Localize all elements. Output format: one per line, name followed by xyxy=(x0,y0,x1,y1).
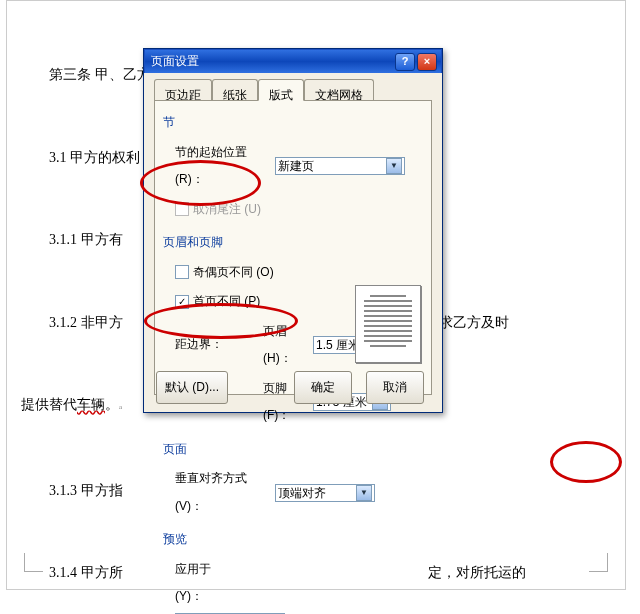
page-corner xyxy=(24,553,43,572)
apply-to-label: 应用于 (Y)： xyxy=(175,556,237,611)
tab-layout[interactable]: 版式 xyxy=(258,79,304,101)
section-group-label: 节 xyxy=(163,109,423,137)
ok-button[interactable]: 确定 xyxy=(294,371,352,405)
suppress-endnotes-checkbox xyxy=(175,202,189,216)
section-start-row: 节的起始位置 (R)： 新建页 ▼ xyxy=(175,139,423,194)
first-page-checkbox[interactable]: ✓ xyxy=(175,295,189,309)
page-corner xyxy=(589,553,608,572)
page-preview xyxy=(355,285,421,363)
page-group-label: 页面 xyxy=(163,436,423,464)
tab-panel-layout: 节 节的起始位置 (R)： 新建页 ▼ 取消尾注 (U) 页眉和页脚 奇偶页不同… xyxy=(154,100,432,395)
preview-group-label: 预览 xyxy=(163,526,423,554)
default-button-wrap: 默认 (D)... xyxy=(156,371,234,405)
page-setup-dialog: 页面设置 ? × 页边距 纸张 版式 文档网格 节 节的起始位置 (R)： 新建… xyxy=(143,48,443,413)
odd-even-row: 奇偶页不同 (O) xyxy=(175,259,423,287)
cancel-button[interactable]: 取消 xyxy=(366,371,424,405)
suppress-endnotes-row: 取消尾注 (U) xyxy=(175,196,423,224)
title-bar[interactable]: 页面设置 ? × xyxy=(144,49,442,73)
chevron-down-icon: ▼ xyxy=(386,158,402,174)
close-button[interactable]: × xyxy=(417,53,437,71)
dialog-body: 页边距 纸张 版式 文档网格 节 节的起始位置 (R)： 新建页 ▼ 取消尾注 … xyxy=(144,73,442,412)
default-button[interactable]: 默认 (D)... xyxy=(156,371,228,405)
valign-label: 垂直对齐方式 (V)： xyxy=(175,465,275,520)
dist-edge-label: 距边界： xyxy=(175,331,263,359)
tab-paper[interactable]: 纸张 xyxy=(212,79,258,100)
header-label: 页眉 (H)： xyxy=(263,318,313,373)
odd-even-checkbox[interactable] xyxy=(175,265,189,279)
section-start-label: 节的起始位置 (R)： xyxy=(175,139,275,194)
tab-grid[interactable]: 文档网格 xyxy=(304,79,374,100)
ok-cancel-row: 确定 取消 xyxy=(294,371,430,405)
valign-select[interactable]: 顶端对齐 ▼ xyxy=(275,484,375,502)
apply-to-row: 应用于 (Y)： xyxy=(175,556,423,611)
headers-group-label: 页眉和页脚 xyxy=(163,229,423,257)
section-start-select[interactable]: 新建页 ▼ xyxy=(275,157,405,175)
valign-row: 垂直对齐方式 (V)： 顶端对齐 ▼ xyxy=(175,465,423,520)
tab-margins[interactable]: 页边距 xyxy=(154,79,212,100)
chevron-down-icon: ▼ xyxy=(356,485,372,501)
help-button[interactable]: ? xyxy=(395,53,415,71)
tab-row: 页边距 纸张 版式 文档网格 xyxy=(154,79,432,100)
dialog-title: 页面设置 xyxy=(149,48,393,76)
